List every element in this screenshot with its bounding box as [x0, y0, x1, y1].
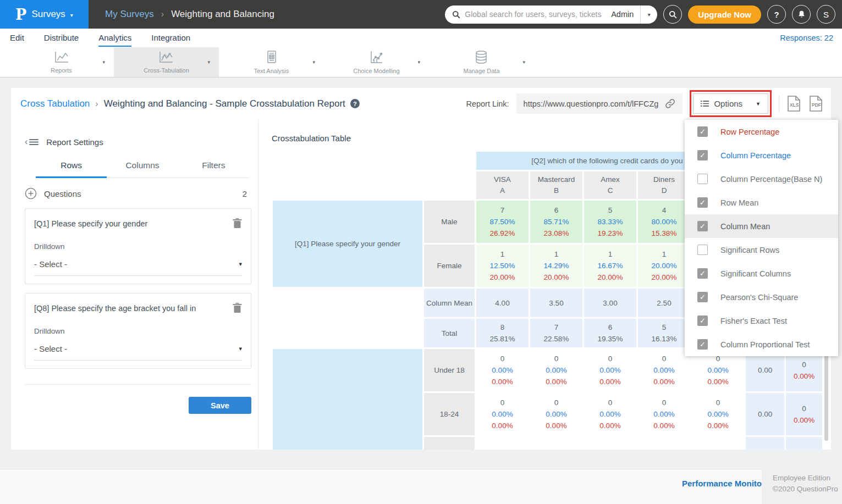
nav-item-edit[interactable]: Edit [10, 29, 24, 47]
questions-row: Questions 2 [25, 187, 251, 200]
question-card-title: [Q1] Please specify your gender [34, 218, 147, 229]
checkbox[interactable]: ✓ [697, 174, 708, 184]
question-row-label [273, 349, 422, 450]
crosstab-cell: 00.00%0.00% [530, 349, 582, 391]
nav-item-distribute[interactable]: Distribute [44, 29, 79, 47]
questionpro-logo[interactable]: P Surveys ▾ [0, 0, 89, 29]
toolbar-item-manage-data[interactable]: Manage Data▾ [429, 47, 534, 77]
crosstab-cell: 120.00%20.00% [638, 245, 690, 287]
drilldown-select[interactable]: - Select -▾ [34, 259, 242, 276]
account-avatar[interactable]: S [817, 5, 835, 24]
nav-item-analytics[interactable]: Analytics [98, 29, 131, 47]
crosstab-cell [692, 437, 744, 450]
crosstab-cell [584, 437, 636, 450]
trash-icon[interactable] [233, 303, 242, 313]
options-highlight-ring: Options ▼ [690, 90, 772, 117]
help-button[interactable]: ? [767, 5, 786, 24]
vertical-scrollbar[interactable] [824, 346, 828, 441]
settings-tabs: RowsColumnsFilters [36, 160, 249, 178]
toolbar-item-cross-tabulation[interactable]: Cross-Tabulation▾ [114, 47, 219, 77]
choice-modelling-icon [369, 51, 383, 66]
report-title: Weighting and Balancing - Sample Crossta… [104, 98, 345, 109]
menu-item-fisher-s-exact-test[interactable]: ✓Fisher's Exact Test [685, 309, 838, 333]
chevron-down-icon[interactable]: ▾ [102, 59, 105, 65]
menu-item-row-mean[interactable]: ✓Row Mean [685, 191, 838, 214]
crosstab-cell [476, 437, 529, 450]
toolbar-item-choice-modelling[interactable]: Choice Modelling▾ [324, 47, 429, 77]
avatar-initial: S [823, 10, 829, 19]
toolbar-item-text-analysis[interactable]: Text Analysis▾ [219, 47, 324, 77]
menu-item-pearson-s-chi-square[interactable]: ✓Pearson's Chi-Square [685, 285, 838, 309]
collapse-panel-icon[interactable]: ‹ [25, 137, 38, 147]
crosstab-cell: 116.67%20.00% [584, 245, 636, 287]
breadcrumb-my-surveys[interactable]: My Surveys [105, 9, 154, 20]
chevron-down-icon[interactable]: ▾ [207, 59, 210, 65]
toolbar-item-label: Text Analysis [254, 68, 289, 74]
link-icon[interactable] [665, 98, 675, 109]
search-input[interactable] [465, 10, 604, 19]
question-card-title: [Q8] Please specify the age bracket you … [34, 303, 196, 314]
menu-item-column-mean[interactable]: ✓Column Mean [685, 214, 838, 238]
menu-item-label: Significant Rows [720, 246, 779, 254]
crosstab-cell: 583.33%19.23% [584, 201, 636, 243]
chevron-down-icon[interactable]: ▾ [312, 59, 315, 65]
nav-item-integration[interactable]: Integration [151, 29, 190, 47]
options-button[interactable]: Options ▼ [693, 93, 768, 114]
checkbox[interactable]: ✓ [697, 150, 708, 160]
chevron-down-icon: ▾ [239, 261, 242, 268]
save-button[interactable]: Save [189, 397, 251, 414]
chevron-down-icon[interactable]: ▾ [417, 59, 420, 65]
drilldown-label: Drilldown [34, 327, 242, 335]
report-actions: Report Link: https://www.questionpro.com… [466, 90, 823, 117]
toolbar-item-reports[interactable]: Reports▾ [9, 47, 114, 77]
menu-item-column-proportional-test[interactable]: ✓Column Proportional Test [685, 333, 838, 356]
crosstab-cell [746, 437, 784, 450]
checkbox[interactable]: ✓ [697, 339, 708, 350]
checkbox[interactable]: ✓ [697, 221, 708, 231]
checkbox[interactable]: ✓ [697, 126, 708, 137]
menu-item-significant-rows[interactable]: ✓Significant Rows [685, 238, 838, 262]
checkbox[interactable]: ✓ [697, 245, 708, 255]
responses-count[interactable]: Responses: 22 [780, 34, 842, 42]
crosstab-cell [530, 437, 582, 450]
logo-letter: P [15, 6, 26, 23]
upgrade-now-button[interactable]: Upgrade Now [688, 5, 761, 24]
crosstab-cell: 00.00%0.00% [476, 349, 529, 391]
menu-item-label: Significant Columns [720, 269, 791, 278]
menu-item-column-percentage-base-n[interactable]: ✓Column Percentage(Base N) [685, 167, 838, 191]
tab-columns[interactable]: Columns [107, 160, 178, 178]
menu-item-row-percentage[interactable]: ✓Row Percentage [685, 120, 838, 143]
performance-monitor-link[interactable]: Performance Monitor [682, 479, 765, 488]
report-url-box: https://www.questionpro.com/t/lFFCZg [516, 93, 683, 114]
row-header [424, 437, 475, 450]
crosstab-cell: 112.50%20.00% [476, 245, 529, 287]
add-question-icon[interactable] [25, 187, 37, 200]
crosstab-cell: 4.00 [476, 289, 529, 317]
notifications-button[interactable] [792, 5, 811, 24]
checkbox[interactable]: ✓ [697, 197, 708, 208]
checkbox[interactable]: ✓ [697, 292, 708, 302]
drilldown-select[interactable]: - Select -▾ [34, 344, 242, 361]
question-row-label [273, 289, 422, 347]
tab-filters[interactable]: Filters [178, 160, 249, 178]
search-submit-button[interactable] [663, 5, 682, 24]
crosstab-cell: 00.00%0.00% [638, 349, 690, 391]
export-xls-button[interactable]: XLS [786, 95, 801, 112]
menu-item-label: Row Mean [720, 198, 758, 207]
checkbox[interactable]: ✓ [697, 268, 708, 279]
drilldown-label: Drilldown [34, 242, 242, 251]
trash-icon[interactable] [233, 218, 242, 229]
search-scope-dropdown[interactable]: ▾ [641, 12, 657, 18]
global-search: Admin ▾ [445, 5, 657, 24]
tab-rows[interactable]: Rows [36, 160, 107, 178]
export-pdf-button[interactable]: PDF [808, 95, 823, 112]
help-icon[interactable]: ? [350, 99, 360, 108]
report-link-label: Report Link: [466, 99, 509, 108]
menu-item-label: Column Percentage(Base N) [720, 175, 822, 184]
menu-item-column-percentage[interactable]: ✓Column Percentage [685, 143, 838, 167]
checkbox[interactable]: ✓ [697, 315, 708, 326]
chevron-down-icon[interactable]: ▾ [522, 59, 525, 65]
header-breadcrumb: My Surveys › Weighting and Balancing [105, 9, 274, 20]
menu-item-significant-columns[interactable]: ✓Significant Columns [685, 262, 838, 285]
cross-tabulation-link[interactable]: Cross Tabulation [20, 98, 90, 109]
